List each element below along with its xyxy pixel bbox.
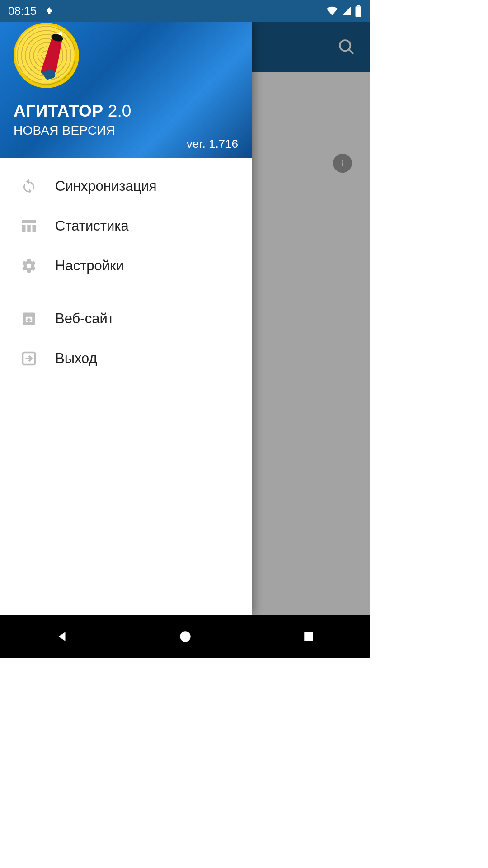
svg-rect-0 [356, 6, 361, 17]
svg-point-18 [180, 631, 190, 642]
menu-item-settings[interactable]: Настройки [0, 246, 252, 286]
sync-icon [21, 178, 37, 194]
nav-recent-button[interactable] [298, 626, 319, 647]
menu-item-label: Синхронизация [55, 178, 157, 194]
status-icon-spade [45, 6, 54, 15]
cell-signal-icon [341, 6, 352, 16]
app-version: ver. 1.716 [187, 137, 238, 151]
status-bar: 08:15 [0, 0, 370, 22]
menu-item-stats[interactable]: Статистика [0, 206, 252, 246]
menu-divider [0, 292, 252, 292]
drawer-header: АГИТАТОР 2.0 НОВАЯ ВЕРСИЯ ver. 1.716 [0, 22, 252, 158]
svg-rect-12 [22, 225, 26, 232]
browser-icon [21, 311, 37, 327]
menu-item-exit[interactable]: Выход [0, 339, 252, 378]
menu-item-label: Настройки [55, 258, 124, 274]
battery-icon [355, 5, 362, 17]
gear-icon [21, 258, 37, 274]
menu-item-sync[interactable]: Синхронизация [0, 166, 252, 206]
menu-item-website[interactable]: Веб-сайт [0, 299, 252, 339]
status-time: 08:15 [8, 5, 37, 18]
svg-rect-11 [22, 220, 36, 224]
menu-item-label: Выход [55, 350, 97, 367]
app-subtitle: НОВАЯ ВЕРСИЯ [14, 123, 238, 138]
svg-marker-6 [33, 33, 70, 76]
system-nav-bar [0, 615, 370, 658]
svg-rect-13 [27, 225, 31, 232]
svg-rect-19 [304, 632, 313, 641]
wifi-icon [326, 6, 338, 16]
menu-item-label: Веб-сайт [55, 311, 114, 327]
nav-back-button[interactable] [51, 626, 73, 647]
megaphone-icon [27, 28, 77, 82]
drawer-menu: Синхронизация Статистика [0, 158, 252, 615]
app-title: АГИТАТОР 2.0 [14, 102, 238, 121]
status-bar-left: 08:15 [8, 5, 54, 18]
svg-rect-14 [33, 225, 36, 232]
nav-home-button[interactable] [174, 626, 196, 647]
status-bar-right [326, 5, 362, 17]
menu-item-label: Статистика [55, 218, 129, 234]
avatar [14, 23, 79, 88]
stats-icon [21, 218, 37, 234]
svg-rect-1 [357, 5, 360, 6]
exit-icon [21, 350, 37, 367]
nav-drawer: АГИТАТОР 2.0 НОВАЯ ВЕРСИЯ ver. 1.716 Син… [0, 22, 252, 615]
